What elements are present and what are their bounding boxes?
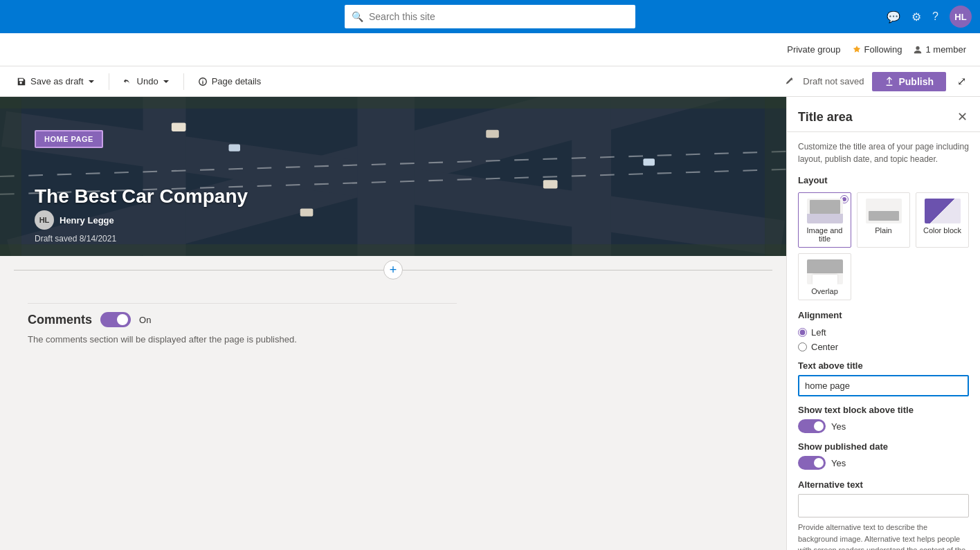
following-label: Following [864,44,902,55]
alignment-center-row: Center [798,342,969,352]
layout-option-image-title[interactable]: Image and title [798,192,851,248]
text-above-title-label: Text above title [798,360,969,371]
draft-status: Draft not saved Publish ⤢ [785,72,969,91]
panel-description: Customize the title area of your page in… [798,140,969,165]
layout-option-color-block[interactable]: Color block [916,192,969,248]
comments-description: The comments section will be displayed a… [28,334,457,345]
svg-rect-4 [143,97,186,256]
content-area: Comments On The comments section will be… [0,284,484,356]
show-published-date-label: Show published date [798,441,969,452]
show-text-block-section: Show text block above title Yes [798,405,969,433]
toolbar: Save as draft Undo Page details Draft no… [0,66,980,97]
svg-rect-16 [0,244,786,256]
hero-road-svg [0,97,786,256]
show-text-block-value: Yes [831,421,846,432]
layout-label-color-block: Color block [923,226,961,235]
page-details-button[interactable]: Page details [192,73,267,89]
show-published-date-value: Yes [831,458,846,468]
draft-status-label: Draft not saved [803,76,864,86]
panel-close-button[interactable]: ✕ [956,108,969,126]
hero-container: HOME PAGE The Best Car Company HL Henry … [0,97,786,256]
member-label: 1 member [925,44,966,55]
following-button[interactable]: Following [852,44,902,55]
save-draft-button[interactable]: Save as draft [11,73,100,89]
svg-rect-15 [0,97,786,109]
comments-title: Comments [28,313,92,327]
layout-grid: Image and title Plain Color block [798,192,969,248]
layout-icon-overlap [807,259,843,284]
settings-icon[interactable]: ⚙ [911,10,921,24]
layout-option-overlap[interactable]: Overlap [798,253,851,300]
svg-rect-18 [765,97,786,256]
show-text-block-label: Show text block above title [798,405,969,415]
show-text-block-toggle-row: Yes [798,419,969,433]
private-group-label: Private group [787,44,840,55]
layout-option-plain[interactable]: Plain [857,192,910,248]
hero-draft-info: Draft saved 8/14/2021 [35,234,116,244]
save-draft-label: Save as draft [30,76,84,86]
show-published-date-toggle[interactable] [798,456,826,470]
comments-header: Comments On [28,312,457,327]
alignment-section: Alignment Left Center [798,310,969,352]
avatar[interactable]: HL [950,6,972,28]
panel-header: Title area ✕ [787,97,980,132]
chat-icon[interactable]: 💬 [887,10,900,24]
private-group-area: Private group Following 1 member [787,44,966,55]
layout-icon-plain [866,199,902,223]
help-icon[interactable]: ? [932,10,938,23]
text-above-title-input[interactable] [798,375,969,396]
alt-text-input[interactable] [798,494,969,517]
hero-author: HL Henry Legge [35,210,114,230]
svg-rect-11 [486,130,499,138]
alt-text-description: Provide alternative text to describe the… [798,522,969,550]
add-section-bar: + [0,256,786,284]
layout-label-overlap: Overlap [811,287,838,295]
publish-button[interactable]: Publish [872,72,946,91]
expand-button[interactable]: ⤢ [954,72,969,91]
publish-label: Publish [898,76,934,87]
align-left-label: Left [811,327,826,338]
layout-icon-color-block [925,199,961,223]
hero-bg: HOME PAGE The Best Car Company HL Henry … [0,97,786,256]
show-text-block-toggle[interactable] [798,419,826,433]
member-count: 1 member [913,44,966,55]
comments-toggle-label: On [139,315,151,325]
svg-rect-14 [300,208,314,216]
svg-rect-13 [643,158,655,165]
alt-text-section: Alternative text Provide alternative tex… [798,479,969,550]
toolbar-sep-2 [183,73,184,90]
right-panel: Title area ✕ Customize the title area of… [786,97,980,550]
page-editor: HOME PAGE The Best Car Company HL Henry … [0,97,786,550]
undo-button[interactable]: Undo [118,73,175,89]
show-published-date-toggle-row: Yes [798,456,969,470]
show-published-date-section: Show published date Yes [798,441,969,470]
search-icon: 🔍 [352,11,363,22]
layout-icon-image-title [807,199,843,223]
home-page-badge: HOME PAGE [35,130,103,148]
divider-top [28,303,457,304]
layout-label-image-title: Image and title [801,226,848,243]
second-nav: Private group Following 1 member [0,33,980,66]
author-name: Henry Legge [60,215,114,226]
svg-rect-10 [228,145,240,152]
search-box[interactable]: 🔍 [345,5,635,28]
toolbar-sep-1 [109,73,109,90]
author-avatar: HL [35,210,54,230]
layout-row2: Overlap [798,253,969,300]
align-left-radio[interactable] [798,328,807,337]
main-area: HOME PAGE The Best Car Company HL Henry … [0,97,980,550]
hero-title[interactable]: The Best Car Company [35,185,248,208]
svg-rect-17 [0,97,21,256]
text-above-title-section: Text above title [798,360,969,396]
align-center-label: Center [811,342,838,352]
nav-right: 💬 ⚙ ? HL [887,6,972,28]
top-nav: 🔍 💬 ⚙ ? HL [0,0,980,33]
add-section-button[interactable]: + [383,260,403,279]
search-input[interactable] [369,11,628,22]
layout-label-plain: Plain [875,226,891,235]
alignment-left-row: Left [798,327,969,338]
alignment-label: Alignment [798,310,969,320]
panel-title: Title area [798,110,853,125]
comments-toggle[interactable] [100,312,131,327]
align-center-radio[interactable] [798,342,807,351]
